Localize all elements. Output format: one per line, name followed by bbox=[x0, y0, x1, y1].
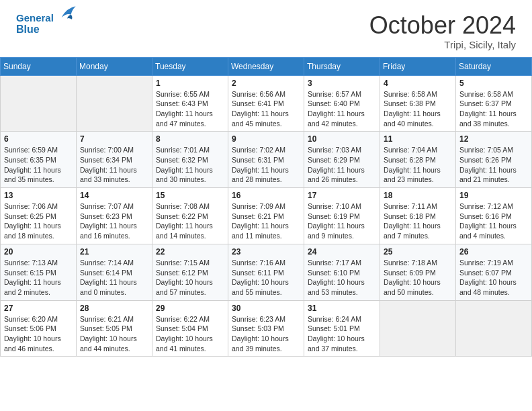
calendar-cell: 10Sunrise: 7:03 AM Sunset: 6:29 PM Dayli… bbox=[304, 132, 380, 188]
calendar-cell: 25Sunrise: 7:18 AM Sunset: 6:09 PM Dayli… bbox=[380, 244, 456, 300]
day-info: Sunrise: 7:01 AM Sunset: 6:32 PM Dayligh… bbox=[156, 145, 224, 185]
day-info: Sunrise: 6:58 AM Sunset: 6:37 PM Dayligh… bbox=[459, 89, 528, 129]
day-number: 6 bbox=[4, 134, 73, 144]
calendar-cell: 24Sunrise: 7:17 AM Sunset: 6:10 PM Dayli… bbox=[304, 244, 380, 300]
calendar-cell: 29Sunrise: 6:22 AM Sunset: 5:04 PM Dayli… bbox=[152, 300, 228, 357]
weekday-header: Sunday bbox=[1, 57, 77, 75]
page-header: General Blue October 2024 Tripi, Sicily,… bbox=[0, 0, 532, 57]
calendar-cell: 22Sunrise: 7:15 AM Sunset: 6:12 PM Dayli… bbox=[152, 244, 228, 300]
day-number: 10 bbox=[308, 134, 376, 144]
day-info: Sunrise: 7:17 AM Sunset: 6:10 PM Dayligh… bbox=[308, 258, 376, 298]
calendar-cell: 23Sunrise: 7:16 AM Sunset: 6:11 PM Dayli… bbox=[228, 244, 304, 300]
day-number: 20 bbox=[4, 247, 73, 257]
day-number: 8 bbox=[156, 134, 224, 144]
calendar-cell: 11Sunrise: 7:04 AM Sunset: 6:28 PM Dayli… bbox=[380, 132, 456, 188]
day-number: 25 bbox=[384, 247, 452, 257]
day-info: Sunrise: 7:07 AM Sunset: 6:23 PM Dayligh… bbox=[80, 201, 148, 241]
weekday-header: Tuesday bbox=[152, 57, 228, 75]
day-info: Sunrise: 6:21 AM Sunset: 5:05 PM Dayligh… bbox=[80, 314, 148, 354]
day-info: Sunrise: 7:11 AM Sunset: 6:18 PM Dayligh… bbox=[384, 201, 452, 241]
day-number: 28 bbox=[80, 304, 148, 313]
weekday-header: Monday bbox=[77, 57, 152, 75]
day-number: 5 bbox=[459, 79, 528, 88]
day-info: Sunrise: 6:24 AM Sunset: 5:01 PM Dayligh… bbox=[308, 314, 376, 354]
day-number: 12 bbox=[459, 134, 528, 144]
calendar-cell: 2Sunrise: 6:56 AM Sunset: 6:41 PM Daylig… bbox=[228, 75, 304, 132]
day-number: 19 bbox=[459, 191, 528, 200]
day-info: Sunrise: 7:16 AM Sunset: 6:11 PM Dayligh… bbox=[232, 258, 300, 298]
day-number: 29 bbox=[156, 304, 224, 313]
calendar-cell: 8Sunrise: 7:01 AM Sunset: 6:32 PM Daylig… bbox=[152, 132, 228, 188]
calendar-cell: 18Sunrise: 7:11 AM Sunset: 6:18 PM Dayli… bbox=[380, 188, 456, 244]
day-info: Sunrise: 6:22 AM Sunset: 5:04 PM Dayligh… bbox=[156, 314, 224, 354]
day-info: Sunrise: 7:00 AM Sunset: 6:34 PM Dayligh… bbox=[80, 145, 148, 185]
day-number: 27 bbox=[4, 304, 73, 313]
logo: General Blue bbox=[16, 12, 77, 36]
calendar-cell: 16Sunrise: 7:09 AM Sunset: 6:21 PM Dayli… bbox=[228, 188, 304, 244]
logo-general: General bbox=[16, 12, 54, 24]
day-number: 18 bbox=[384, 191, 452, 200]
calendar-week-row: 13Sunrise: 7:06 AM Sunset: 6:25 PM Dayli… bbox=[1, 188, 532, 244]
day-number: 11 bbox=[384, 134, 452, 144]
day-info: Sunrise: 7:19 AM Sunset: 6:07 PM Dayligh… bbox=[459, 258, 528, 298]
day-number: 4 bbox=[384, 79, 452, 88]
month-title: October 2024 bbox=[369, 12, 516, 39]
calendar-cell: 26Sunrise: 7:19 AM Sunset: 6:07 PM Dayli… bbox=[456, 244, 532, 300]
day-number: 9 bbox=[232, 134, 300, 144]
calendar-cell: 9Sunrise: 7:02 AM Sunset: 6:31 PM Daylig… bbox=[228, 132, 304, 188]
day-number: 1 bbox=[156, 79, 224, 88]
calendar-table: SundayMondayTuesdayWednesdayThursdayFrid… bbox=[0, 57, 532, 357]
day-info: Sunrise: 7:04 AM Sunset: 6:28 PM Dayligh… bbox=[384, 145, 452, 185]
calendar-cell: 31Sunrise: 6:24 AM Sunset: 5:01 PM Dayli… bbox=[304, 300, 380, 357]
weekday-header: Friday bbox=[380, 57, 456, 75]
day-number: 26 bbox=[459, 247, 528, 257]
day-info: Sunrise: 7:05 AM Sunset: 6:26 PM Dayligh… bbox=[459, 145, 528, 185]
day-number: 14 bbox=[80, 191, 148, 200]
calendar-cell: 12Sunrise: 7:05 AM Sunset: 6:26 PM Dayli… bbox=[456, 132, 532, 188]
day-number: 17 bbox=[308, 191, 376, 200]
calendar-cell: 7Sunrise: 7:00 AM Sunset: 6:34 PM Daylig… bbox=[77, 132, 152, 188]
calendar-cell: 6Sunrise: 6:59 AM Sunset: 6:35 PM Daylig… bbox=[1, 132, 77, 188]
day-number: 2 bbox=[232, 79, 300, 88]
day-info: Sunrise: 7:14 AM Sunset: 6:14 PM Dayligh… bbox=[80, 258, 148, 298]
day-number: 3 bbox=[308, 79, 376, 88]
calendar-cell: 15Sunrise: 7:08 AM Sunset: 6:22 PM Dayli… bbox=[152, 188, 228, 244]
calendar-cell: 4Sunrise: 6:58 AM Sunset: 6:38 PM Daylig… bbox=[380, 75, 456, 132]
weekday-header: Saturday bbox=[456, 57, 532, 75]
day-info: Sunrise: 6:55 AM Sunset: 6:43 PM Dayligh… bbox=[156, 89, 224, 129]
day-info: Sunrise: 7:06 AM Sunset: 6:25 PM Dayligh… bbox=[4, 201, 73, 241]
day-number: 7 bbox=[80, 134, 148, 144]
day-info: Sunrise: 6:20 AM Sunset: 5:06 PM Dayligh… bbox=[4, 314, 73, 354]
logo-blue: Blue bbox=[16, 24, 40, 35]
day-number: 13 bbox=[4, 191, 73, 200]
calendar-cell bbox=[77, 75, 152, 132]
calendar-cell: 19Sunrise: 7:12 AM Sunset: 6:16 PM Dayli… bbox=[456, 188, 532, 244]
day-number: 22 bbox=[156, 247, 224, 257]
day-number: 23 bbox=[232, 247, 300, 257]
day-info: Sunrise: 7:09 AM Sunset: 6:21 PM Dayligh… bbox=[232, 201, 300, 241]
calendar-cell: 17Sunrise: 7:10 AM Sunset: 6:19 PM Dayli… bbox=[304, 188, 380, 244]
logo-bird-icon bbox=[58, 3, 77, 22]
day-info: Sunrise: 6:23 AM Sunset: 5:03 PM Dayligh… bbox=[232, 314, 300, 354]
calendar-cell: 28Sunrise: 6:21 AM Sunset: 5:05 PM Dayli… bbox=[77, 300, 152, 357]
day-info: Sunrise: 6:58 AM Sunset: 6:38 PM Dayligh… bbox=[384, 89, 452, 129]
day-info: Sunrise: 7:10 AM Sunset: 6:19 PM Dayligh… bbox=[308, 201, 376, 241]
day-info: Sunrise: 7:12 AM Sunset: 6:16 PM Dayligh… bbox=[459, 201, 528, 241]
calendar-cell: 5Sunrise: 6:58 AM Sunset: 6:37 PM Daylig… bbox=[456, 75, 532, 132]
calendar-cell: 20Sunrise: 7:13 AM Sunset: 6:15 PM Dayli… bbox=[1, 244, 77, 300]
location: Tripi, Sicily, Italy bbox=[369, 39, 516, 50]
day-info: Sunrise: 7:13 AM Sunset: 6:15 PM Dayligh… bbox=[4, 258, 73, 298]
day-info: Sunrise: 6:59 AM Sunset: 6:35 PM Dayligh… bbox=[4, 145, 73, 185]
calendar-cell: 14Sunrise: 7:07 AM Sunset: 6:23 PM Dayli… bbox=[77, 188, 152, 244]
calendar-week-row: 1Sunrise: 6:55 AM Sunset: 6:43 PM Daylig… bbox=[1, 75, 532, 132]
day-info: Sunrise: 6:57 AM Sunset: 6:40 PM Dayligh… bbox=[308, 89, 376, 129]
day-info: Sunrise: 7:08 AM Sunset: 6:22 PM Dayligh… bbox=[156, 201, 224, 241]
day-info: Sunrise: 7:03 AM Sunset: 6:29 PM Dayligh… bbox=[308, 145, 376, 185]
calendar-cell bbox=[1, 75, 77, 132]
day-number: 15 bbox=[156, 191, 224, 200]
weekday-header: Wednesday bbox=[228, 57, 304, 75]
calendar-week-row: 6Sunrise: 6:59 AM Sunset: 6:35 PM Daylig… bbox=[1, 132, 532, 188]
day-number: 24 bbox=[308, 247, 376, 257]
day-number: 21 bbox=[80, 247, 148, 257]
calendar-cell: 30Sunrise: 6:23 AM Sunset: 5:03 PM Dayli… bbox=[228, 300, 304, 357]
